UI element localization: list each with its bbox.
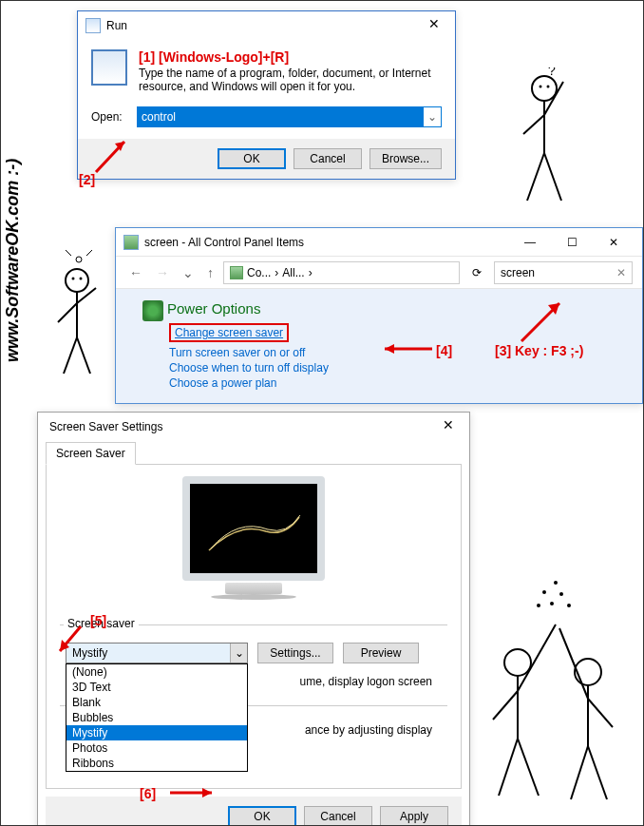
svg-point-35 xyxy=(567,604,571,607)
nav-back-icon[interactable]: ← xyxy=(125,265,146,280)
svg-line-4 xyxy=(523,115,544,134)
run-instruction: Type the name of a program, folder, docu… xyxy=(139,67,442,93)
svg-line-24 xyxy=(499,739,518,796)
svg-line-22 xyxy=(493,691,518,720)
option-3dtext[interactable]: 3D Text xyxy=(66,680,247,695)
watermark-text: www.SoftwareOK.com :-) xyxy=(3,159,23,362)
annotation-6: [6] xyxy=(140,786,156,801)
screensaver-dropdown-list[interactable]: (None) 3D Text Blank Bubbles Mystify Pho… xyxy=(66,663,248,772)
svg-point-11 xyxy=(80,278,83,280)
chevron-down-icon[interactable]: ⌄ xyxy=(230,644,247,663)
crumb-1[interactable]: Co... xyxy=(247,266,271,279)
svg-line-31 xyxy=(588,746,607,799)
open-combo[interactable]: ⌄ xyxy=(137,106,442,127)
crumb-2[interactable]: All... xyxy=(282,266,304,279)
annotation-5: [5] xyxy=(90,613,106,628)
screensaver-selected: Mystify xyxy=(66,646,230,660)
close-icon[interactable]: ✕ xyxy=(435,417,462,436)
svg-line-19 xyxy=(86,250,92,256)
arrow-4 xyxy=(375,341,432,356)
option-none[interactable]: (None) xyxy=(66,664,247,680)
apply-button[interactable]: Apply xyxy=(380,806,448,826)
category-power-options[interactable]: Power Options xyxy=(167,300,260,317)
close-icon[interactable]: ✕ xyxy=(421,16,447,35)
option-mystify[interactable]: Mystify xyxy=(66,725,247,740)
svg-point-1 xyxy=(540,86,542,88)
breadcrumb-icon xyxy=(230,266,243,279)
svg-line-29 xyxy=(588,699,613,727)
search-input[interactable]: screen ✕ xyxy=(494,261,633,284)
annotation-1: [1] [Windows-Logo]+[R] xyxy=(139,49,442,65)
svg-line-30 xyxy=(571,746,588,799)
option-photos[interactable]: Photos xyxy=(66,740,247,756)
settings-button[interactable]: Settings... xyxy=(257,643,333,663)
svg-point-20 xyxy=(504,649,531,676)
arrow-2 xyxy=(96,138,143,176)
ss-title: Screen Saver Settings xyxy=(46,420,435,433)
ss-titlebar[interactable]: Screen Saver Settings ✕ xyxy=(38,413,469,441)
svg-point-37 xyxy=(537,604,540,607)
screensaver-preview xyxy=(190,484,317,573)
minimize-icon[interactable]: — xyxy=(509,229,551,256)
link-change-screen-saver[interactable]: Change screen saver xyxy=(169,323,289,342)
option-blank[interactable]: Blank xyxy=(66,695,247,710)
svg-point-34 xyxy=(542,590,546,594)
annotation-2: [2] xyxy=(79,172,95,187)
svg-point-10 xyxy=(72,278,75,280)
stick-figure-1: ? xyxy=(497,67,611,220)
svg-marker-47 xyxy=(202,788,212,797)
nav-forward-icon[interactable]: → xyxy=(152,265,173,280)
cancel-button[interactable]: Cancel xyxy=(294,148,362,169)
arrow-3 xyxy=(518,298,575,343)
search-value: screen xyxy=(501,266,535,279)
option-bubbles[interactable]: Bubbles xyxy=(66,710,247,725)
explorer-titlebar[interactable]: screen - All Control Panel Items — ☐ ✕ xyxy=(116,228,642,257)
ok-button[interactable]: OK xyxy=(228,806,296,826)
refresh-icon[interactable]: ⟳ xyxy=(465,266,488,279)
svg-line-16 xyxy=(77,337,90,374)
svg-point-36 xyxy=(554,581,558,585)
cancel-button[interactable]: Cancel xyxy=(304,806,372,826)
navigation-bar: ← → ⌄ ↑ Co...› All...› ⟳ screen ✕ xyxy=(116,257,642,289)
svg-point-32 xyxy=(550,602,554,605)
svg-line-18 xyxy=(66,250,71,256)
svg-point-33 xyxy=(559,592,563,596)
option-ribbons[interactable]: Ribbons xyxy=(66,756,247,771)
svg-text:?: ? xyxy=(548,67,556,78)
chevron-down-icon[interactable]: ⌄ xyxy=(424,107,441,126)
browse-button[interactable]: Browse... xyxy=(369,148,442,169)
stick-figure-2 xyxy=(37,250,123,383)
svg-line-7 xyxy=(544,153,561,201)
svg-point-2 xyxy=(547,86,550,88)
link-choose-turnoff-display[interactable]: Choose when to turn off display xyxy=(169,361,635,375)
preview-monitor xyxy=(172,476,335,609)
svg-line-25 xyxy=(518,739,539,796)
svg-point-0 xyxy=(532,76,557,101)
ok-button[interactable]: OK xyxy=(218,148,286,169)
tab-screen-saver[interactable]: Screen Saver xyxy=(46,442,136,465)
svg-point-17 xyxy=(76,257,82,262)
arrow-6 xyxy=(170,784,223,801)
run-titlebar[interactable]: Run ✕ xyxy=(78,11,455,40)
run-big-icon xyxy=(91,49,127,86)
explorer-title: screen - All Control Panel Items xyxy=(144,236,509,249)
clear-search-icon[interactable]: ✕ xyxy=(616,266,626,279)
svg-line-15 xyxy=(64,337,77,374)
annotation-4: [4] xyxy=(436,343,452,358)
close-icon[interactable]: ✕ xyxy=(593,229,635,256)
nav-up-icon[interactable]: ↑ xyxy=(203,265,218,280)
breadcrumb[interactable]: Co...› All...› xyxy=(223,261,460,284)
svg-marker-41 xyxy=(385,344,394,354)
power-options-icon xyxy=(142,300,163,321)
maximize-icon[interactable]: ☐ xyxy=(551,229,593,256)
open-input[interactable] xyxy=(138,107,424,126)
run-icon xyxy=(85,18,101,33)
annotation-3: [3] Key : F3 ;-) xyxy=(495,343,583,358)
svg-line-13 xyxy=(58,303,77,322)
preview-button[interactable]: Preview xyxy=(343,643,419,663)
nav-recent-icon[interactable]: ⌄ xyxy=(179,265,198,280)
svg-point-26 xyxy=(575,659,601,685)
control-panel-icon xyxy=(123,235,139,250)
screensaver-dropdown[interactable]: Mystify ⌄ xyxy=(66,643,248,663)
link-choose-power-plan[interactable]: Choose a power plan xyxy=(169,376,635,390)
